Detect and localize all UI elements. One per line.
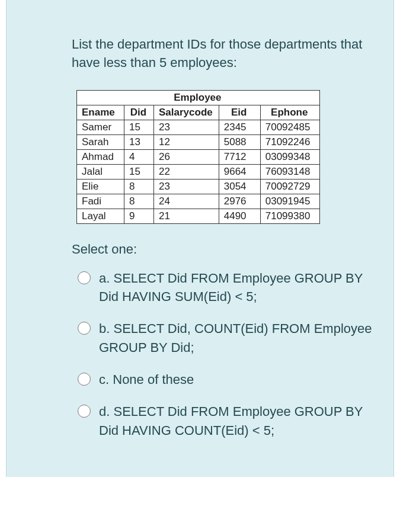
cell-eid: 9664 [219,164,260,179]
cell-eid: 5088 [219,134,260,149]
cell-ephone: 76093148 [260,164,319,179]
cell-ephone: 70092485 [260,120,319,134]
option-b[interactable]: b. SELECT Did, COUNT(Eid) FROM Employee … [72,319,376,357]
cell-ephone: 03099348 [260,149,319,164]
cell-eid: 2345 [219,120,260,134]
option-text: SELECT Did FROM Employee GROUP BY Did HA… [99,404,363,438]
option-a[interactable]: a. SELECT Did FROM Employee GROUP BY Did… [72,269,376,307]
option-c[interactable]: c. None of these [72,370,376,389]
cell-did: 9 [124,209,154,223]
cell-eid: 4490 [219,209,260,223]
cell-ename: Elie [77,179,124,194]
th-salarycode: Salarycode [154,105,219,120]
th-did: Did [124,105,154,120]
cell-ename: Sarah [77,134,124,149]
radio-d[interactable] [78,405,91,418]
cell-eid: 3054 [219,179,260,194]
th-ename: Ename [77,105,124,120]
table-row: Fadi 8 24 2976 03091945 [77,194,320,209]
cell-ename: Jalal [77,164,124,179]
table-row: Sarah 13 12 5088 71092246 [77,134,320,149]
radio-b[interactable] [78,322,91,335]
option-letter: c. [99,372,109,387]
cell-eid: 7712 [219,149,260,164]
cell-did: 8 [124,194,154,209]
cell-ename: Layal [77,209,124,223]
cell-sal: 21 [154,209,219,223]
th-ephone: Ephone [260,105,319,120]
cell-ephone: 71092246 [260,134,319,149]
cell-sal: 23 [154,120,219,134]
employee-table-wrap: Employee Ename Did Salarycode Eid Ephone… [7,90,393,242]
th-eid: Eid [219,105,260,120]
table-row: Jalal 15 22 9664 76093148 [77,164,320,179]
quiz-card: List the department IDs for those depart… [6,0,394,477]
option-text: SELECT Did FROM Employee GROUP BY Did HA… [99,271,363,305]
radio-c[interactable] [78,373,91,386]
cell-did: 15 [124,164,154,179]
cell-ephone: 03091945 [260,194,319,209]
question-text: List the department IDs for those depart… [7,24,393,90]
option-text: None of these [113,372,194,387]
table-row: Samer 15 23 2345 70092485 [77,120,320,134]
cell-ephone: 70092729 [260,179,319,194]
option-letter: d. [99,404,110,419]
cell-sal: 23 [154,179,219,194]
cell-did: 15 [124,120,154,134]
cell-ename: Ahmad [77,149,124,164]
option-text: SELECT Did, COUNT(Eid) FROM Employee GRO… [99,321,372,355]
radio-a[interactable] [78,271,91,284]
cell-eid: 2976 [219,194,260,209]
table-row: Ahmad 4 26 7712 03099348 [77,149,320,164]
cell-did: 13 [124,134,154,149]
table-row: Layal 9 21 4490 71099380 [77,209,320,223]
option-label: b. SELECT Did, COUNT(Eid) FROM Employee … [99,319,376,357]
cell-did: 4 [124,149,154,164]
cell-did: 8 [124,179,154,194]
options-list: a. SELECT Did FROM Employee GROUP BY Did… [7,269,393,440]
cell-ephone: 71099380 [260,209,319,223]
cell-ename: Samer [77,120,124,134]
option-label: a. SELECT Did FROM Employee GROUP BY Did… [99,269,376,307]
option-label: d. SELECT Did FROM Employee GROUP BY Did… [99,402,376,440]
option-letter: a. [99,271,110,286]
table-row: Elie 8 23 3054 70092729 [77,179,320,194]
option-d[interactable]: d. SELECT Did FROM Employee GROUP BY Did… [72,402,376,440]
cell-sal: 12 [154,134,219,149]
select-one-label: Select one: [7,242,393,269]
option-label: c. None of these [99,370,194,389]
cell-sal: 26 [154,149,219,164]
table-title: Employee [77,90,320,105]
table-header-row: Ename Did Salarycode Eid Ephone [77,105,320,120]
cell-sal: 24 [154,194,219,209]
employee-table: Employee Ename Did Salarycode Eid Ephone… [76,90,320,224]
cell-sal: 22 [154,164,219,179]
option-letter: b. [99,321,110,336]
cell-ename: Fadi [77,194,124,209]
